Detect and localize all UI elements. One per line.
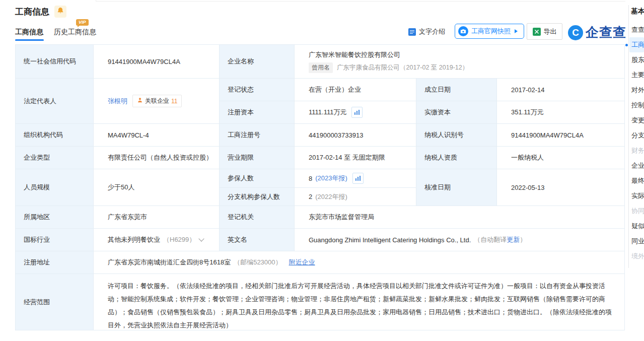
business-term-label: 营业期限: [220, 147, 295, 169]
industry-label: 国标行业: [16, 229, 94, 251]
approval-date-label: 核准日期: [416, 169, 497, 206]
org-code-label: 组织机构代码: [16, 124, 94, 147]
active-tab-underline: [15, 39, 44, 41]
text-intro-button[interactable]: 文字介绍: [408, 27, 445, 36]
sidebar-item-zhuyao[interactable]: 主要: [629, 67, 644, 83]
auto-translate-note: （自动翻译: [474, 235, 507, 244]
reg-status-label: 登记状态: [220, 79, 295, 101]
taxpayer-id-value: 91441900MA4W79CL4A: [497, 124, 625, 147]
sidebar-item-gongshang[interactable]: 工商: [629, 37, 644, 52]
qcc-logo-icon: C: [568, 25, 583, 40]
unified-code-value: 91441900MA4W79CL4A: [94, 45, 220, 79]
business-info-page: 工商信息 工商信息 历史工商信息 VIP 文字介绍 工商官网快照 导出 C 企查…: [0, 0, 644, 341]
business-registration-table: 统一社会信用代码 91441900MA4W79CL4A 企业名称 广东智米智能餐…: [15, 44, 625, 330]
english-name-value: Guangdong Zhimi Intelligent Catering Hol…: [309, 236, 471, 244]
english-name-cell: Guangdong Zhimi Intelligent Catering Hol…: [295, 229, 625, 251]
auto-translate-note-close: ）: [520, 235, 526, 244]
sidebar-item-zuizhong[interactable]: 最终: [629, 173, 644, 188]
qcc-logo[interactable]: C 企查查: [568, 24, 626, 41]
sidebar-item-caiwu[interactable]: 财务: [629, 143, 644, 158]
reg-capital-label: 注册资本: [220, 101, 295, 124]
sidebar-item-qiye[interactable]: 企业: [629, 158, 644, 173]
official-snapshot-label: 工商官网快照: [471, 27, 511, 36]
text-intro-label: 文字介绍: [419, 27, 445, 36]
branch-insured-label: 分支机构参保人数: [220, 188, 295, 206]
paid-capital-label: 实缴资本: [416, 101, 497, 124]
excel-icon: [533, 28, 541, 36]
legal-rep-label: 法定代表人: [16, 79, 94, 124]
branch-insured-year: (2022年报): [315, 192, 347, 201]
tab-business-info[interactable]: 工商信息: [15, 28, 43, 37]
unified-code-label: 统一社会信用代码: [16, 45, 94, 79]
approval-date-value: 2022-05-13: [497, 169, 625, 206]
export-button[interactable]: 导出: [527, 23, 562, 40]
sidebar-item-duiwai[interactable]: 对外: [629, 83, 644, 98]
address-postcode: （邮编523000）: [234, 258, 281, 267]
reg-authority-value: 东莞市市场监督管理局: [295, 206, 625, 229]
reg-status-value: 在营（开业）企业: [295, 79, 416, 101]
translate-update-link[interactable]: 更新: [507, 235, 520, 244]
former-name-badge: 曾用名: [309, 62, 333, 73]
top-divider: [96, 1, 625, 2]
sidebar-item-tongye[interactable]: 同业: [629, 234, 644, 249]
anchor-sidebar: 查查 工商 股东 主要 对外 控制 变更 分支 财务 企业 最终 实际 协同 疑…: [629, 22, 644, 264]
sidebar-item-kongzhi[interactable]: 控制: [629, 98, 644, 113]
insured-value: 8: [309, 175, 312, 182]
branch-insured-value: 2: [309, 193, 312, 200]
sidebar-item-gudong[interactable]: 股东: [629, 52, 644, 67]
nearby-companies-link[interactable]: 附近企业: [289, 258, 315, 267]
sidebar-item-xietong[interactable]: 协同: [629, 203, 644, 219]
est-date-value: 2017-02-14: [497, 79, 625, 101]
company-name-cell: 广东智米智能餐饮控股有限公司 曾用名 广东宇康食品有限公司（2017-02 至 …: [295, 45, 625, 79]
company-type-value: 有限责任公司（自然人投资或控股）: [94, 147, 220, 169]
tab-history-business-info[interactable]: 历史工商信息: [54, 28, 96, 37]
taxpayer-id-label: 纳税人识别号: [416, 124, 497, 147]
insured-trend-chart-button[interactable]: [352, 173, 364, 184]
sidebar-item-yisi[interactable]: 疑似: [629, 219, 644, 234]
export-label: 导出: [544, 27, 557, 36]
paid-capital-value: 351.11万元: [497, 101, 625, 124]
business-scope-label: 经营范围: [16, 274, 94, 330]
sidebar-item-biangeng[interactable]: 变更: [629, 113, 644, 128]
sidebar-item-jingwai[interactable]: 境外: [629, 249, 644, 264]
branch-insured-cell: 2 (2022年报): [295, 188, 416, 206]
arrow-right-icon: [515, 29, 518, 33]
address-value: 广东省东莞市南城街道汇金四街8号1618室: [108, 258, 231, 267]
business-scope-value: 许可项目：餐饮服务。（依法须经批准的项目，经相关部门批准后方可开展经营活动，具体…: [94, 274, 625, 330]
notification-bell-button[interactable]: [54, 6, 66, 18]
page-title: 工商信息: [15, 6, 49, 18]
capital-trend-chart-button[interactable]: [351, 107, 363, 118]
related-companies-count: 11: [171, 98, 177, 105]
official-snapshot-button[interactable]: 工商官网快照: [455, 24, 524, 39]
insured-label: 参保人数: [220, 169, 295, 188]
sidebar-item-chachatupu[interactable]: 查查: [629, 22, 644, 37]
reg-capital-cell: 1111.111万元: [295, 101, 416, 124]
business-term-value: 2017-02-14 至 无固定期限: [295, 147, 416, 169]
reg-capital-value: 1111.111万元: [309, 108, 346, 117]
bell-icon: [57, 7, 64, 16]
est-date-label: 成立日期: [416, 79, 497, 101]
legal-rep-link[interactable]: 张根明: [108, 97, 127, 106]
vip-badge: VIP: [76, 19, 89, 26]
industry-value: 其他未列明餐饮业: [108, 235, 160, 244]
chevron-down-icon[interactable]: [199, 236, 204, 241]
qcc-logo-text: 企查查: [586, 24, 626, 41]
region-value: 广东省东莞市: [94, 206, 220, 229]
industry-cell: 其他未列明餐饮业 （H6299）: [94, 229, 220, 251]
reg-authority-label: 登记机关: [220, 206, 295, 229]
sidebar-item-shiji[interactable]: 实际: [629, 188, 644, 203]
industry-code: （H6299）: [163, 235, 195, 244]
related-companies-badge[interactable]: 关联企业 11: [132, 95, 182, 107]
reg-no-value: 441900003733913: [295, 124, 416, 147]
address-label: 注册地址: [16, 251, 94, 274]
taxpayer-quality-label: 纳税人资质: [416, 147, 497, 169]
top-divider-tick: [96, 0, 96, 2]
sidebar-item-fenzhi[interactable]: 分支: [629, 128, 644, 143]
insured-year-link[interactable]: (2023年报): [315, 174, 347, 183]
region-label: 所属地区: [16, 206, 94, 229]
org-code-value: MA4W79CL-4: [94, 124, 220, 147]
document-icon: [408, 28, 416, 36]
camera-icon: [458, 26, 468, 36]
company-type-label: 企业类型: [16, 147, 94, 169]
address-cell: 广东省东莞市南城街道汇金四街8号1618室 （邮编523000） 附近企业: [94, 251, 625, 274]
